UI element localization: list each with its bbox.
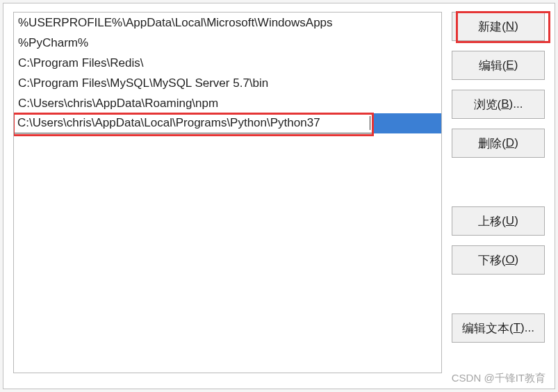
button-label: 删除(	[478, 136, 506, 152]
button-hotkey: O	[505, 253, 514, 267]
button-label: 编辑文本(	[462, 320, 514, 336]
path-entry[interactable]: C:\Users\chris\AppData\Roaming\npm	[14, 93, 441, 113]
delete-button[interactable]: 删除(D)	[452, 129, 545, 158]
selection-highlight	[372, 113, 441, 133]
button-hotkey: D	[506, 136, 514, 150]
button-hotkey: T	[514, 321, 520, 335]
path-entry-selected[interactable]: C:\Users\chris\AppData\Local\Programs\Py…	[14, 113, 441, 133]
button-label: 浏览(	[474, 97, 502, 113]
button-label: 新建(	[478, 19, 506, 35]
button-column: 新建(N) 编辑(E) 浏览(B)... 删除(D) 上移(U) 下移(O) 编…	[452, 12, 545, 380]
button-suffix: )	[514, 58, 518, 72]
new-button[interactable]: 新建(N)	[452, 12, 545, 41]
edit-button[interactable]: 编辑(E)	[452, 51, 545, 80]
button-label: 下移(	[478, 252, 506, 268]
button-suffix: )	[514, 19, 518, 33]
button-suffix: )	[515, 253, 519, 267]
move-down-button[interactable]: 下移(O)	[452, 245, 545, 275]
watermark-text: CSDN @千锋IT教育	[452, 372, 545, 385]
button-suffix: )	[514, 214, 518, 228]
button-label: 上移(	[478, 213, 506, 229]
button-hotkey: E	[506, 58, 514, 72]
button-hotkey: B	[501, 97, 509, 111]
button-suffix: )	[514, 136, 518, 150]
path-entry[interactable]: C:\Program Files\Redis\	[14, 53, 441, 73]
button-label: 编辑(	[479, 58, 507, 74]
path-entry[interactable]: %USERPROFILE%\AppData\Local\Microsoft\Wi…	[14, 13, 441, 33]
button-suffix: )...	[509, 97, 523, 111]
path-entry[interactable]: C:\Program Files\MySQL\MySQL Server 5.7\…	[14, 73, 441, 93]
path-entry[interactable]: %PyCharm%	[14, 33, 441, 53]
path-edit-input[interactable]: C:\Users\chris\AppData\Local\Programs\Py…	[14, 113, 372, 133]
edit-text-button[interactable]: 编辑文本(T)...	[452, 313, 545, 343]
button-hotkey: N	[506, 19, 514, 33]
environment-variable-dialog: %USERPROFILE%\AppData\Local\Microsoft\Wi…	[3, 3, 555, 389]
move-up-button[interactable]: 上移(U)	[452, 206, 545, 236]
button-suffix: )...	[520, 321, 534, 335]
browse-button[interactable]: 浏览(B)...	[452, 90, 545, 119]
spacer	[452, 168, 545, 206]
path-list[interactable]: %USERPROFILE%\AppData\Local\Microsoft\Wi…	[13, 12, 442, 373]
spacer	[452, 284, 545, 313]
button-hotkey: U	[506, 214, 514, 228]
